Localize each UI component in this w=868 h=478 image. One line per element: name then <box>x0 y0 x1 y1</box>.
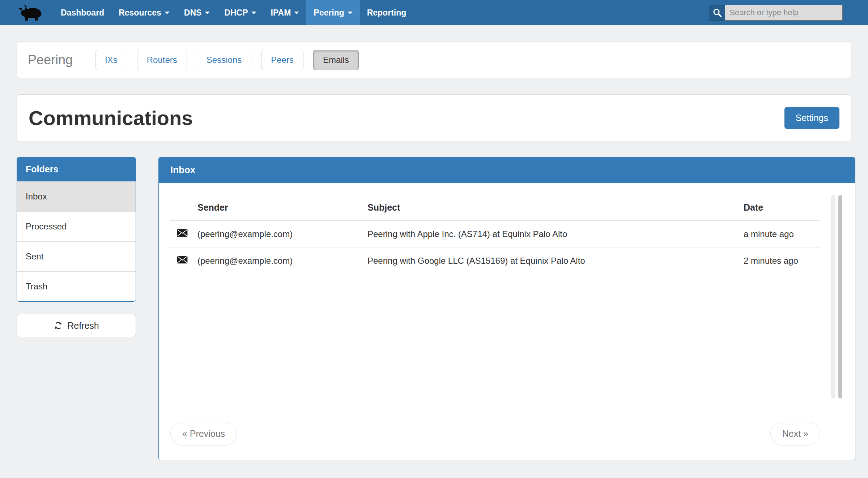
global-search <box>709 0 843 25</box>
scrollbar-track <box>831 195 835 399</box>
pagination: « Previous Next » <box>170 422 820 445</box>
folders-list: Inbox Processed Sent Trash <box>17 181 136 301</box>
section-title: Peering <box>28 52 73 68</box>
mail-table-header-row: Sender Subject Date <box>170 197 820 220</box>
brand-logo[interactable] <box>18 0 43 25</box>
refresh-label: Refresh <box>67 320 99 331</box>
settings-button[interactable]: Settings <box>784 107 839 129</box>
nav-item[interactable]: Resources <box>111 0 177 25</box>
mail-date: a minute ago <box>744 220 820 247</box>
page-title: Communications <box>29 106 193 130</box>
peering-tab[interactable]: Peers <box>261 50 303 70</box>
chevron-down-icon <box>165 12 170 14</box>
folders-panel-title: Folders <box>17 157 136 181</box>
folder-item[interactable]: Inbox <box>17 181 136 211</box>
mail-row[interactable]: (peering@example.com) Peering with Googl… <box>170 247 820 274</box>
folder-item[interactable]: Sent <box>17 241 136 271</box>
peering-tab[interactable]: Emails <box>313 50 359 70</box>
peering-tab[interactable]: IXs <box>95 50 127 70</box>
column-header-subject: Subject <box>367 197 744 220</box>
scrollbar-thumb[interactable] <box>838 195 842 399</box>
nav-item[interactable]: Reporting <box>360 0 414 25</box>
next-page-button[interactable]: Next » <box>770 422 820 445</box>
chevron-down-icon <box>251 12 256 14</box>
refresh-button[interactable]: Refresh <box>17 314 136 337</box>
mail-subject: Peering with Apple Inc. (AS714) at Equin… <box>367 220 744 247</box>
mail-table: Sender Subject Date <box>170 197 820 274</box>
nav-item[interactable]: Dashboard <box>54 0 111 25</box>
peering-tabs: IXs Routers Sessions Peers Emails <box>95 50 369 70</box>
nav-item-label: DHCP <box>224 8 248 18</box>
nav-item-label: IPAM <box>271 8 291 18</box>
column-header-date: Date <box>744 197 820 220</box>
column-header-icon <box>170 197 197 220</box>
folder-item[interactable]: Trash <box>17 271 136 301</box>
column-header-sender: Sender <box>197 197 367 220</box>
peering-tab-bar: Peering IXs Routers Sessions Peers Email… <box>17 42 851 78</box>
mail-subject: Peering with Google LLC (AS15169) at Equ… <box>367 247 744 274</box>
search-icon-button[interactable] <box>709 5 725 21</box>
previous-page-button[interactable]: « Previous <box>170 422 237 445</box>
main-nav: Dashboard Resources DNS DHCP IPAM <box>54 0 413 25</box>
inbox-column: Inbox Sender Subject Date <box>158 157 855 460</box>
mail-row[interactable]: (peering@example.com) Peering with Apple… <box>170 220 820 247</box>
envelope-icon <box>177 255 188 264</box>
chevron-down-icon <box>205 12 210 14</box>
rhino-logo-icon <box>18 4 43 21</box>
nav-item-label: Peering <box>314 8 344 18</box>
peering-tab[interactable]: Routers <box>137 50 187 70</box>
mail-date: 2 minutes ago <box>744 247 820 274</box>
nav-item[interactable]: DNS <box>177 0 217 25</box>
refresh-icon <box>54 321 63 330</box>
mail-sender: (peering@example.com) <box>197 247 367 274</box>
page-content: Peering IXs Routers Sessions Peers Email… <box>0 42 868 460</box>
inbox-body: Sender Subject Date <box>159 183 855 460</box>
envelope-icon <box>177 229 188 237</box>
nav-item[interactable]: IPAM <box>264 0 307 25</box>
nav-item[interactable]: Peering <box>306 0 359 25</box>
communications-header: Communications Settings <box>17 94 851 141</box>
search-icon <box>712 8 722 17</box>
nav-item-label: Resources <box>119 8 161 18</box>
nav-item-label: Dashboard <box>61 8 104 18</box>
search-input[interactable] <box>725 5 843 21</box>
chevron-down-icon <box>294 12 299 14</box>
folder-item[interactable]: Processed <box>17 211 136 241</box>
nav-item-label: Reporting <box>367 8 407 18</box>
chevron-down-icon <box>348 12 353 14</box>
nav-item[interactable]: DHCP <box>217 0 263 25</box>
mail-sender: (peering@example.com) <box>197 220 367 247</box>
inbox-panel: Inbox Sender Subject Date <box>158 157 855 460</box>
top-navbar: Dashboard Resources DNS DHCP IPAM <box>0 0 868 25</box>
nav-item-label: DNS <box>184 8 202 18</box>
folders-column: Folders Inbox Processed Sent Trash <box>17 157 136 337</box>
peering-tab[interactable]: Sessions <box>197 50 251 70</box>
navbar-spacer <box>413 0 709 25</box>
inbox-panel-title: Inbox <box>159 157 855 183</box>
folders-panel: Folders Inbox Processed Sent Trash <box>17 157 136 302</box>
